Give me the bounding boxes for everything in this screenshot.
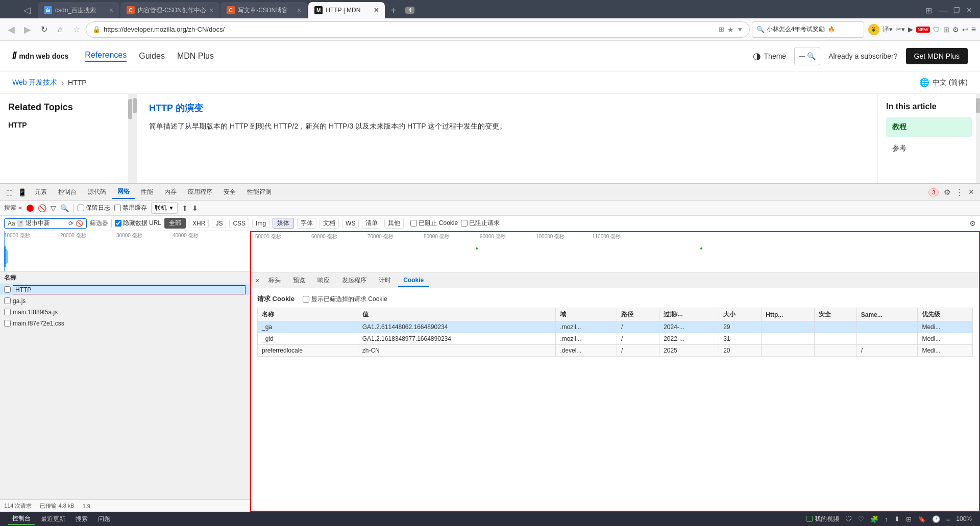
toc-item-reference[interactable]: 参考 (886, 139, 972, 158)
toc-scrollbar[interactable] (976, 94, 980, 183)
devtools-tab-elements[interactable]: 元素 (30, 186, 52, 198)
devtools-settings-icon[interactable]: ⚙ (944, 188, 950, 197)
bookmark-button[interactable]: ☆ (69, 22, 84, 37)
yen-icon[interactable]: ¥ (868, 24, 879, 35)
tab-close-1[interactable]: × (109, 6, 113, 14)
filter-icon[interactable]: ▽ (51, 204, 56, 212)
get-mdn-plus-button[interactable]: Get MDN Plus (906, 48, 968, 64)
tab-mdn-http[interactable]: M HTTP | MDN × (308, 2, 385, 18)
cookie-row-locale[interactable]: preferredlocale zh-CN .devel... / 2025 2… (258, 345, 973, 357)
breadcrumb-web[interactable]: Web 开发技术 (12, 78, 57, 87)
tab-close-4[interactable]: × (374, 6, 379, 15)
network-row-main1[interactable]: main.1f889f5a.js (0, 307, 250, 318)
search-button[interactable]: — 🔍 (794, 47, 820, 65)
play-icon[interactable]: ▶ (908, 26, 913, 33)
mdn-logo[interactable]: // mdn web docs (12, 50, 68, 62)
search-close-icon[interactable]: × (18, 204, 22, 212)
cookie-row-gid[interactable]: _gid GA1.2.1618348977.1664890234 .mozil.… (258, 333, 973, 345)
filter-tag-css[interactable]: CSS (229, 219, 249, 228)
filter-input-area[interactable]: Aa .* ⟳ 🚫 (4, 218, 87, 229)
theme-button[interactable]: ◑ Theme (753, 51, 787, 62)
devtools-tab-application[interactable]: 应用程序 (183, 186, 217, 198)
filter-tag-media[interactable]: 媒体 (273, 218, 294, 229)
tab-csdn-write[interactable]: C 写文章-CSDN博客 × (220, 2, 307, 18)
back-button[interactable]: ◀ (4, 22, 18, 37)
devtools-tab-memory[interactable]: 内存 (159, 186, 182, 198)
shield-status-icon[interactable]: 🛡 (845, 515, 852, 523)
minimize-icon[interactable]: — (938, 6, 947, 15)
back-icon[interactable]: ◁ (20, 5, 34, 16)
disable-cache-check[interactable]: 禁用缓存 (114, 204, 147, 212)
upload-icon[interactable]: ⬆ (182, 204, 188, 212)
filter-tag-xhr[interactable]: XHR (189, 219, 209, 228)
network-row-ga[interactable]: ga.js (0, 295, 250, 307)
req-tab-headers[interactable]: 标头 (263, 274, 286, 287)
address-bar[interactable]: 🔒 https://developer.mozilla.org/zh-CN/do… (86, 21, 750, 38)
home-button[interactable]: ⌂ (53, 22, 67, 37)
tab-close-3[interactable]: × (297, 6, 301, 14)
refresh-button[interactable]: ↻ (37, 22, 51, 37)
clock-icon[interactable]: 🕐 (932, 515, 940, 523)
devtools-tab-network[interactable]: 网络 (112, 185, 135, 199)
devtools-tab-perf-eval[interactable]: 性能评测 (242, 186, 277, 198)
bottom-tab-search[interactable]: 搜索 (71, 514, 92, 524)
menu-status-icon[interactable]: ≡ (946, 515, 950, 523)
network-mode-select[interactable]: 联机 ▼ (151, 202, 178, 214)
window-icon[interactable]: ⊞ (925, 6, 932, 15)
grid-status-icon[interactable]: ⊞ (906, 515, 912, 523)
article-link[interactable]: HTTP 的演变 (149, 102, 857, 114)
preserve-log-check[interactable]: 保留日志 (78, 204, 110, 212)
dropdown-icon[interactable]: ▼ (737, 26, 743, 33)
devtools-tab-console[interactable]: 控制台 (53, 186, 82, 198)
req-tab-timing[interactable]: 计时 (374, 274, 396, 287)
nav-mdn-plus[interactable]: MDN Plus (177, 52, 214, 61)
network-row-main2[interactable]: main.f87e72e1.css (0, 318, 250, 329)
download-icon[interactable]: ⬇ (192, 204, 198, 212)
download-status-icon[interactable]: ⬇ (894, 515, 900, 523)
req-tab-response[interactable]: 响应 (312, 274, 335, 287)
settings-icon[interactable]: ⚙ (952, 26, 959, 34)
req-tab-close-icon[interactable]: × (255, 277, 259, 285)
nav-references[interactable]: References (85, 51, 127, 62)
clear-icon[interactable]: 🚫 (38, 204, 46, 212)
search-btn[interactable]: 🔍 (60, 204, 69, 212)
filter-tag-manifest[interactable]: 清单 (362, 218, 381, 229)
req-tab-preview[interactable]: 预览 (288, 274, 310, 287)
puzzle-icon[interactable]: 🧩 (870, 515, 878, 523)
req-tab-initiator[interactable]: 发起程序 (337, 274, 372, 287)
grid2-icon[interactable]: ⊞ (943, 26, 949, 34)
device-icon[interactable]: 📱 (16, 188, 29, 196)
filter-tag-ws[interactable]: WS (342, 219, 359, 228)
scissors-icon[interactable]: ✂▾ (896, 26, 905, 33)
filter-block[interactable]: 🚫 (76, 220, 83, 227)
tab-csdn-content[interactable]: C 内容管理-CSDN创作中心 × (120, 2, 219, 18)
star-icon[interactable]: ★ (727, 26, 734, 34)
devtools-close-icon[interactable]: × (968, 187, 974, 197)
heart-icon[interactable]: ♡ (858, 515, 864, 523)
bottom-tab-issues[interactable]: 问题 (94, 514, 114, 524)
tab-close-2[interactable]: × (209, 6, 213, 14)
filter-refresh[interactable]: ⟳ (68, 220, 74, 227)
inspect-icon[interactable]: ⬚ (4, 188, 15, 196)
filter-tag-font[interactable]: 字体 (297, 218, 316, 229)
shield-icon[interactable]: 🛡 (933, 26, 940, 34)
filter-settings-icon[interactable]: ⚙ (969, 219, 976, 228)
filter-tag-other[interactable]: 其他 (384, 218, 404, 229)
filter-tag-js[interactable]: JS (212, 219, 226, 228)
block-request-check[interactable]: 已阻止请求 (461, 219, 500, 228)
devtools-more-icon[interactable]: ⋮ (955, 188, 963, 197)
translate-icon[interactable]: 译▾ (883, 25, 893, 34)
devtools-tab-security[interactable]: 安全 (218, 186, 241, 198)
undo-icon[interactable]: ↩ (962, 26, 968, 34)
new-tab-button[interactable]: + (386, 2, 401, 18)
block-cookie-check[interactable]: 已阻止 Cookie (410, 219, 458, 228)
bottom-tab-updates[interactable]: 最近更新 (37, 514, 69, 524)
filter-tag-doc[interactable]: 文档 (320, 218, 339, 229)
filter-tag-img[interactable]: Img (252, 219, 270, 228)
grid-icon[interactable]: ⊞ (719, 26, 724, 33)
nav-guides[interactable]: Guides (139, 52, 165, 61)
record-icon[interactable] (27, 205, 34, 212)
close-icon[interactable]: × (966, 5, 972, 16)
sidebar-scrollbar[interactable] (128, 94, 132, 183)
toc-item-tutorial[interactable]: 教程 (886, 117, 972, 137)
